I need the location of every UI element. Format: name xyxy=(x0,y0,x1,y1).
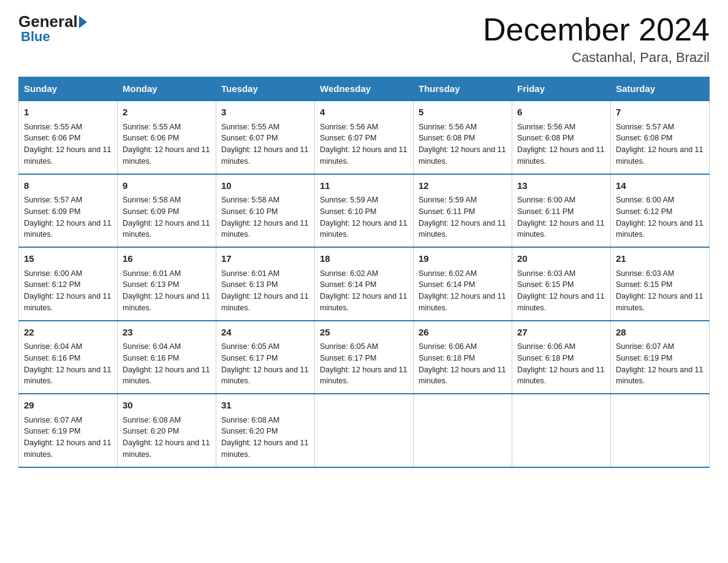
day-number: 3 xyxy=(221,105,309,120)
daylight-text: Daylight: 12 hours and 11 minutes. xyxy=(616,366,703,386)
sunrise-text: Sunrise: 6:05 AM xyxy=(221,342,279,351)
day-number: 1 xyxy=(24,105,112,120)
location: Castanhal, Para, Brazil xyxy=(483,50,710,66)
daylight-text: Daylight: 12 hours and 11 minutes. xyxy=(517,145,604,166)
daylight-text: Daylight: 12 hours and 11 minutes. xyxy=(616,145,703,166)
daylight-text: Daylight: 12 hours and 11 minutes. xyxy=(123,219,210,239)
sunrise-text: Sunrise: 6:01 AM xyxy=(221,269,279,278)
sunset-text: Sunset: 6:18 PM xyxy=(517,354,574,362)
day-number: 5 xyxy=(419,105,507,120)
calendar-cell: 18Sunrise: 6:02 AMSunset: 6:14 PMDayligh… xyxy=(315,247,414,321)
day-number: 7 xyxy=(616,105,704,120)
calendar-cell xyxy=(611,394,710,467)
calendar-cell: 3Sunrise: 5:55 AMSunset: 6:07 PMDaylight… xyxy=(216,101,315,174)
month-title: December 2024 xyxy=(483,12,710,47)
calendar-week-row: 15Sunrise: 6:00 AMSunset: 6:12 PMDayligh… xyxy=(19,247,710,321)
header-cell-tuesday: Tuesday xyxy=(216,77,315,101)
sunrise-text: Sunrise: 5:57 AM xyxy=(616,123,674,131)
day-number: 18 xyxy=(320,252,408,266)
sunrise-text: Sunrise: 5:58 AM xyxy=(221,196,279,204)
calendar-cell: 28Sunrise: 6:07 AMSunset: 6:19 PMDayligh… xyxy=(611,321,710,394)
day-number: 21 xyxy=(616,252,704,266)
calendar-cell: 13Sunrise: 6:00 AMSunset: 6:11 PMDayligh… xyxy=(512,174,611,248)
calendar-cell: 12Sunrise: 5:59 AMSunset: 6:11 PMDayligh… xyxy=(414,174,512,248)
calendar-week-row: 22Sunrise: 6:04 AMSunset: 6:16 PMDayligh… xyxy=(19,321,710,394)
day-number: 23 xyxy=(123,326,211,340)
calendar-cell: 8Sunrise: 5:57 AMSunset: 6:09 PMDaylight… xyxy=(19,174,118,248)
day-number: 26 xyxy=(419,326,507,340)
sunset-text: Sunset: 6:15 PM xyxy=(616,280,672,289)
day-number: 16 xyxy=(123,252,211,266)
day-number: 19 xyxy=(419,252,507,266)
daylight-text: Daylight: 12 hours and 11 minutes. xyxy=(24,145,111,166)
calendar-cell: 30Sunrise: 6:08 AMSunset: 6:20 PMDayligh… xyxy=(118,394,216,467)
day-number: 20 xyxy=(517,252,605,266)
sunset-text: Sunset: 6:09 PM xyxy=(123,207,179,216)
day-number: 11 xyxy=(320,179,408,193)
daylight-text: Daylight: 12 hours and 11 minutes. xyxy=(320,219,407,239)
sunset-text: Sunset: 6:07 PM xyxy=(320,134,376,142)
header-cell-sunday: Sunday xyxy=(19,77,118,101)
daylight-text: Daylight: 12 hours and 11 minutes. xyxy=(517,292,604,312)
calendar-cell: 20Sunrise: 6:03 AMSunset: 6:15 PMDayligh… xyxy=(512,247,611,321)
day-number: 14 xyxy=(616,179,704,193)
sunset-text: Sunset: 6:12 PM xyxy=(24,280,80,289)
day-number: 24 xyxy=(221,326,309,340)
daylight-text: Daylight: 12 hours and 11 minutes. xyxy=(24,366,111,386)
calendar-cell: 4Sunrise: 5:56 AMSunset: 6:07 PMDaylight… xyxy=(315,101,414,174)
daylight-text: Daylight: 12 hours and 11 minutes. xyxy=(221,292,308,312)
calendar-cell: 24Sunrise: 6:05 AMSunset: 6:17 PMDayligh… xyxy=(216,321,315,394)
daylight-text: Daylight: 12 hours and 11 minutes. xyxy=(221,366,308,386)
sunset-text: Sunset: 6:10 PM xyxy=(320,207,376,216)
sunrise-text: Sunrise: 6:04 AM xyxy=(24,342,82,351)
sunset-text: Sunset: 6:08 PM xyxy=(419,134,475,142)
calendar-cell: 14Sunrise: 6:00 AMSunset: 6:12 PMDayligh… xyxy=(611,174,710,248)
sunset-text: Sunset: 6:16 PM xyxy=(123,354,179,362)
daylight-text: Daylight: 12 hours and 11 minutes. xyxy=(419,145,506,166)
daylight-text: Daylight: 12 hours and 11 minutes. xyxy=(517,219,604,239)
calendar-cell: 2Sunrise: 5:55 AMSunset: 6:06 PMDaylight… xyxy=(118,101,216,174)
sunrise-text: Sunrise: 6:00 AM xyxy=(517,196,575,204)
sunset-text: Sunset: 6:20 PM xyxy=(221,427,278,435)
sunrise-text: Sunrise: 5:57 AM xyxy=(24,196,82,204)
header-cell-wednesday: Wednesday xyxy=(315,77,414,101)
calendar-cell: 22Sunrise: 6:04 AMSunset: 6:16 PMDayligh… xyxy=(19,321,118,394)
header-cell-thursday: Thursday xyxy=(414,77,512,101)
logo-blue-text: Blue xyxy=(21,29,50,45)
calendar-body: 1Sunrise: 5:55 AMSunset: 6:06 PMDaylight… xyxy=(19,101,710,467)
calendar-cell: 6Sunrise: 5:56 AMSunset: 6:08 PMDaylight… xyxy=(512,101,611,174)
sunrise-text: Sunrise: 5:55 AM xyxy=(123,123,181,131)
calendar-week-row: 29Sunrise: 6:07 AMSunset: 6:19 PMDayligh… xyxy=(19,394,710,467)
sunrise-text: Sunrise: 5:56 AM xyxy=(419,123,477,131)
sunset-text: Sunset: 6:06 PM xyxy=(24,134,80,142)
sunrise-text: Sunrise: 5:55 AM xyxy=(24,123,82,131)
calendar-cell: 10Sunrise: 5:58 AMSunset: 6:10 PMDayligh… xyxy=(216,174,315,248)
daylight-text: Daylight: 12 hours and 11 minutes. xyxy=(221,145,308,166)
calendar-cell: 7Sunrise: 5:57 AMSunset: 6:08 PMDaylight… xyxy=(611,101,710,174)
day-number: 8 xyxy=(24,179,112,193)
day-number: 2 xyxy=(123,105,211,120)
calendar-cell: 27Sunrise: 6:06 AMSunset: 6:18 PMDayligh… xyxy=(512,321,611,394)
calendar-cell: 25Sunrise: 6:05 AMSunset: 6:17 PMDayligh… xyxy=(315,321,414,394)
sunrise-text: Sunrise: 5:56 AM xyxy=(320,123,378,131)
calendar-cell: 1Sunrise: 5:55 AMSunset: 6:06 PMDaylight… xyxy=(19,101,118,174)
day-number: 30 xyxy=(123,399,211,413)
sunset-text: Sunset: 6:08 PM xyxy=(517,134,574,142)
sunset-text: Sunset: 6:06 PM xyxy=(123,134,179,142)
sunrise-text: Sunrise: 6:00 AM xyxy=(616,196,674,204)
daylight-text: Daylight: 12 hours and 11 minutes. xyxy=(616,292,703,312)
day-number: 12 xyxy=(419,179,507,193)
header-cell-saturday: Saturday xyxy=(611,77,710,101)
sunrise-text: Sunrise: 6:02 AM xyxy=(419,269,477,278)
sunset-text: Sunset: 6:13 PM xyxy=(123,280,179,289)
daylight-text: Daylight: 12 hours and 11 minutes. xyxy=(616,219,703,239)
sunrise-text: Sunrise: 6:04 AM xyxy=(123,342,181,351)
day-number: 10 xyxy=(221,179,309,193)
sunrise-text: Sunrise: 5:59 AM xyxy=(320,196,378,204)
sunset-text: Sunset: 6:12 PM xyxy=(616,207,672,216)
sunset-text: Sunset: 6:07 PM xyxy=(221,134,278,142)
day-number: 28 xyxy=(616,326,704,340)
daylight-text: Daylight: 12 hours and 11 minutes. xyxy=(517,366,604,386)
sunrise-text: Sunrise: 6:07 AM xyxy=(24,416,82,424)
day-number: 25 xyxy=(320,326,408,340)
